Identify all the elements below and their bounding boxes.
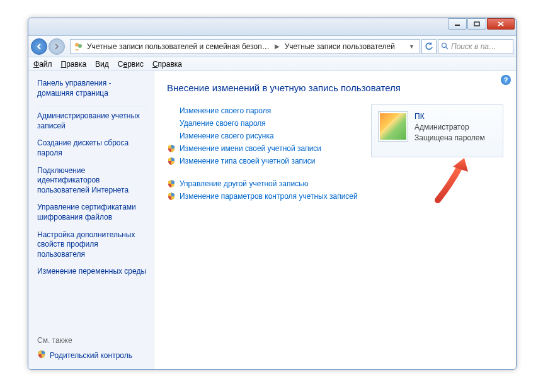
shield-icon [167,179,176,188]
back-button[interactable] [31,38,47,55]
user-name: ПК [414,111,485,122]
menubar: Файл Правка Вид Сервис Справка [28,57,516,71]
menu-edit[interactable]: Правка [61,60,87,69]
divider [37,106,147,106]
task-change-password[interactable]: Изменение своего пароля [167,104,360,117]
task-change-name[interactable]: Изменение имени своей учетной записи [167,142,360,155]
refresh-button[interactable] [421,39,437,54]
search-icon [441,42,449,51]
sidebar-link-cert-management[interactable]: Управление сертификатами шифрования файл… [37,203,147,222]
menu-view[interactable]: Вид [95,60,109,69]
sidebar-link-manage-accounts[interactable]: Администрирование учетных записей [37,111,147,131]
user-info: ПК Администратор Защищена паролем [414,111,485,143]
task-remove-password[interactable]: Удаление своего пароля [167,117,360,130]
close-button[interactable] [487,18,515,30]
window: Учетные записи пользователей и семейная … [28,18,517,370]
sidebar-link-online-ids[interactable]: Подключение идентификаторов пользователе… [37,166,147,196]
body: Панель управления - домашняя страница Ад… [28,71,516,369]
minimize-button[interactable] [448,18,467,30]
shield-icon [167,144,176,153]
shield-icon [167,157,176,165]
see-also-label-text: Родительский контроль [50,351,132,360]
menu-tools[interactable]: Сервис [118,60,144,69]
see-also-label: См. также [37,336,147,345]
page-heading: Внесение изменений в учетную запись поль… [167,82,503,93]
control-panel-home-link[interactable]: Панель управления - домашняя страница [37,79,147,98]
maximize-button[interactable] [467,18,486,30]
user-avatar [378,111,408,142]
see-also-parental-control[interactable]: Родительский контроль [37,350,147,361]
shield-icon [167,192,176,201]
sidebar: Панель управления - домашняя страница Ад… [28,71,154,369]
titlebar [28,18,516,36]
menu-help[interactable]: Справка [152,60,182,69]
task-change-type[interactable]: Изменение типа своей учетной записи [167,155,360,167]
search-box[interactable]: Поиск в па… [438,39,513,54]
svg-point-5 [78,44,82,48]
task-manage-other-account[interactable]: Управление другой учетной записью [167,177,360,190]
menu-file[interactable]: Файл [33,60,52,69]
sidebar-link-password-reset-disk[interactable]: Создание дискеты сброса пароля [37,138,147,158]
help-icon[interactable]: ? [501,75,511,85]
address-dropdown[interactable]: ▼ [406,43,417,50]
shield-icon [37,350,46,361]
sidebar-link-advanced-profile[interactable]: Настройка дополнительных свойств профиля… [37,230,147,260]
svg-line-7 [446,47,448,49]
svg-point-6 [442,43,447,47]
task-list: Изменение своего пароля Удаление своего … [167,104,360,203]
forward-button[interactable] [49,38,65,55]
task-change-uac[interactable]: Изменение параметров контроля учетных за… [167,190,360,203]
user-accounts-icon [73,42,83,52]
task-change-picture[interactable]: Изменение своего рисунка [167,130,360,142]
address-bar[interactable]: Учетные записи пользователей и семейная … [70,39,420,54]
search-placeholder: Поиск в па… [451,42,496,51]
breadcrumb-seg1[interactable]: Учетные записи пользователей и семейная … [87,42,270,51]
breadcrumb-seg2[interactable]: Учетные записи пользователей [285,42,395,51]
main-content: ? Внесение изменений в учетную запись по… [154,71,516,369]
sidebar-link-env-vars[interactable]: Изменение переменных среды [37,267,147,277]
user-status: Защищена паролем [414,133,485,143]
user-role: Администратор [414,122,485,133]
svg-rect-1 [474,22,479,26]
chevron-right-icon: ▶ [273,43,281,50]
user-card[interactable]: ПК Администратор Защищена паролем [371,104,503,157]
navbar: Учетные записи пользователей и семейная … [28,36,516,57]
